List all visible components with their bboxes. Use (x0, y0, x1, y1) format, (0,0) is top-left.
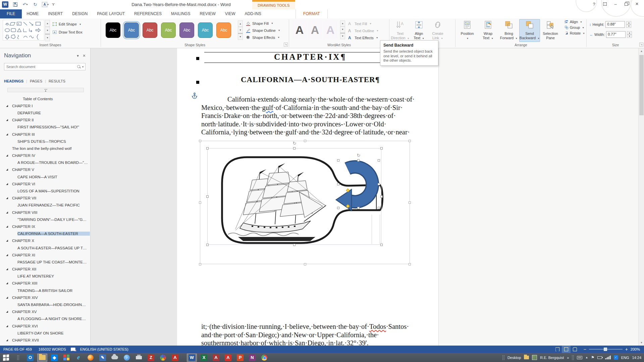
send-backward-button[interactable]: SendBackward ▼ (519, 19, 540, 42)
expand-triangle-icon[interactable] (6, 119, 8, 121)
zoom-level[interactable]: 200% (631, 347, 640, 351)
shape-effects-button[interactable]: Shape Effects▼ (246, 34, 280, 41)
ribbon-display-icon[interactable]: ↑ (600, 0, 610, 8)
wordart-scroll-up-icon[interactable]: ▲ (340, 20, 345, 26)
styles-more-icon[interactable]: ▼ (238, 33, 243, 40)
selection-handle[interactable] (337, 159, 339, 162)
tab-add-ins[interactable]: ADD-INS (240, 9, 266, 18)
web-layout-icon[interactable] (571, 346, 579, 353)
expand-triangle-icon[interactable] (6, 226, 8, 228)
selection-handle[interactable] (337, 207, 339, 209)
document-text-line[interactable]: and·the·port·of·San·Diego;)·and·New·or·U… (201, 331, 409, 339)
tab-insert[interactable]: INSERT (43, 9, 67, 18)
section-heading[interactable]: CALIFORNIA—A·SOUTH-EASTER¶ (201, 75, 419, 84)
selection-pane-button[interactable]: SelectionPane (540, 19, 561, 42)
expand-triangle-icon[interactable] (6, 155, 8, 157)
nav-item[interactable]: DEPARTURE (0, 109, 90, 116)
pane-close-icon[interactable]: × (81, 53, 88, 58)
file-explorer-icon[interactable] (37, 354, 47, 362)
nav-tab-results[interactable]: RESULTS (46, 79, 68, 83)
zoom-slider[interactable] (589, 349, 623, 350)
tab-format[interactable]: FORMAT (296, 9, 328, 18)
network-icon[interactable] (605, 356, 611, 359)
create-link-button[interactable]: CreateLink ▼ (428, 19, 447, 42)
selection-handle[interactable] (380, 147, 383, 149)
width-stepper[interactable]: ▲▼ (627, 31, 632, 38)
search-box[interactable]: ▾ (4, 63, 86, 70)
nav-item[interactable]: CHAPTER XII (0, 266, 90, 273)
selection-handle[interactable] (378, 183, 380, 185)
tab-review[interactable]: REVIEW (195, 9, 220, 18)
nav-item[interactable]: LIBERTY-DAY ON SHORE (0, 329, 90, 337)
print-layout-icon[interactable] (562, 346, 571, 353)
nav-item[interactable]: CHAPTER II (0, 117, 90, 124)
shape-height-field[interactable]: 0.88" (605, 21, 625, 28)
nav-item[interactable]: CHAPTER I (0, 102, 90, 109)
selection-handle[interactable] (337, 183, 339, 185)
wordart-more-icon[interactable]: ▼ (340, 33, 345, 39)
undo-icon[interactable]: ↶▾ (22, 1, 29, 8)
tab-mailings[interactable]: MAILINGS (166, 9, 195, 18)
expand-triangle-icon[interactable] (6, 133, 8, 135)
shape-width-field[interactable]: 0.77" (606, 31, 626, 38)
bring-forward-button[interactable]: BringForward ▼ (498, 19, 519, 42)
nav-item[interactable]: CALIFORNIA—A SOUTH-EASTER (0, 230, 90, 237)
selection-handle[interactable] (293, 147, 296, 149)
search-options-icon[interactable]: ▾ (82, 65, 84, 68)
firefox-icon[interactable] (86, 354, 96, 362)
shape-outline-button[interactable]: Shape Outline▼ (246, 27, 280, 34)
office-grid-icon[interactable] (61, 354, 71, 362)
shapes-scroll-down-icon[interactable]: ▼ (45, 27, 50, 34)
powerpoint-icon[interactable]: P (235, 354, 245, 362)
text-fill-button[interactable]: A Text Fill▼ (348, 20, 379, 27)
chrome-icon[interactable] (259, 354, 269, 362)
nav-item[interactable]: CHAPTER XV (0, 308, 90, 315)
document-text-line[interactable]: Mexico,·between·the·gulf·of·California·i… (201, 104, 415, 112)
tab-references[interactable]: REFERENCES (129, 9, 166, 18)
tab-page-layout[interactable]: PAGE LAYOUT (92, 9, 129, 18)
itunes-icon[interactable]: ♪ (122, 354, 132, 362)
nav-item[interactable]: CHAPTER VII (0, 195, 90, 202)
selection-handle[interactable] (378, 207, 380, 209)
nav-item[interactable]: "TARRING DOWN"—DAILY LIFE—"GOING AF... (0, 216, 90, 223)
selection-handle[interactable] (199, 140, 201, 142)
document-text-line[interactable]: it;·(the·division·line·running,·I·believ… (201, 322, 409, 331)
nav-item[interactable]: CHAPTER XI (0, 251, 90, 258)
style-box-icon[interactable]: A▾ (42, 1, 49, 8)
minimize-icon[interactable]: – (610, 0, 621, 8)
shape-style-swatch-6[interactable]: Abc (198, 22, 213, 38)
zoom-in-icon[interactable]: + (625, 348, 628, 351)
user-folder-label[interactable]: R.E. Bergquist (540, 356, 564, 360)
start-button[interactable] (1, 354, 11, 362)
language-indicator[interactable]: ENGLISH (UNITED STATES) (77, 347, 132, 351)
expand-triangle-icon[interactable] (6, 282, 8, 284)
tab-file[interactable]: FILE (0, 9, 22, 18)
power-icon[interactable] (597, 356, 602, 359)
internet-explorer-icon[interactable]: e (73, 354, 84, 362)
text-effects-button[interactable]: A Text Effects▼ (348, 34, 379, 41)
nav-item[interactable]: The lion and the belly-pinched wolf (0, 145, 90, 152)
selection-handle[interactable] (199, 201, 201, 204)
word-count[interactable]: 165032 WORDS (35, 347, 69, 351)
adobe-icon[interactable]: A (170, 354, 180, 362)
nav-item[interactable]: CAPE HORN—A VISIT (0, 173, 90, 180)
nav-item[interactable]: CHAPTER III (0, 131, 90, 138)
shape-gallery[interactable]: A (3, 20, 44, 41)
nav-item[interactable]: A FLOGGING—A NIGHT ON SHORE—THE ST... (0, 315, 90, 322)
tab-home[interactable]: HOME (22, 9, 43, 18)
selection-handle[interactable] (378, 159, 380, 162)
document-text-line[interactable]: north·latitude.·It·is·subdivided·into·tw… (201, 120, 415, 128)
help-icon[interactable]: ? (589, 0, 599, 8)
shape-style-swatch-7[interactable]: Abc (216, 22, 231, 38)
nav-item[interactable]: Table of Contents (0, 95, 90, 102)
tray-expand-icon[interactable]: ▲ (585, 356, 588, 359)
height-stepper[interactable]: ▲▼ (626, 21, 631, 28)
zotero-icon[interactable]: Z (146, 354, 156, 362)
align-button[interactable]: Align▼ (565, 20, 585, 24)
selection-handle[interactable] (206, 244, 209, 246)
nav-item[interactable]: CHAPTER XIII (0, 280, 90, 287)
expand-triangle-icon[interactable] (6, 183, 8, 185)
nav-item[interactable]: CHAPTER XIV (0, 294, 90, 301)
shapes-scroll-up-icon[interactable]: ▲ (45, 20, 50, 27)
align-text-button[interactable]: AlignText ▼ (410, 19, 428, 42)
